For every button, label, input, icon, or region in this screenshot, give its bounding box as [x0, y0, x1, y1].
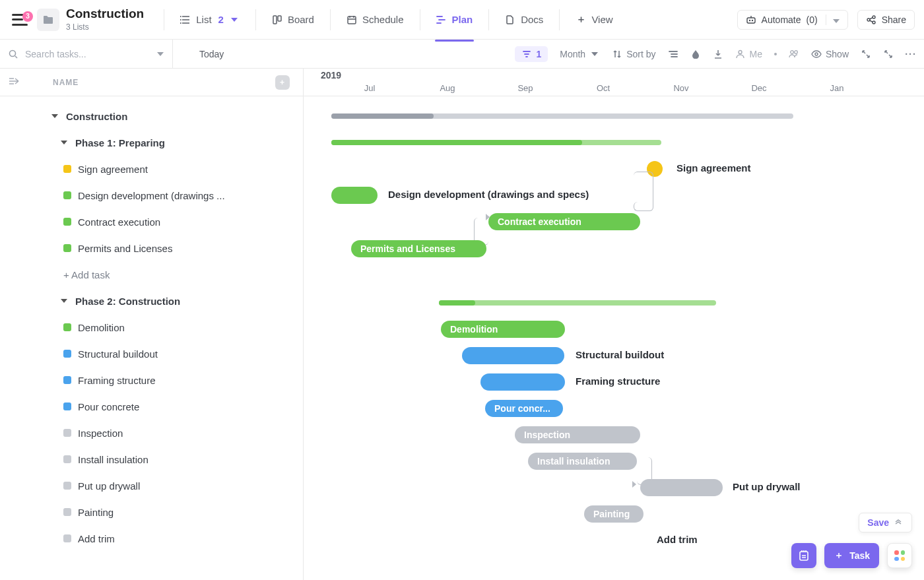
- view-board[interactable]: Board: [264, 9, 322, 30]
- collapse-button[interactable]: [861, 49, 871, 59]
- svg-point-0: [180, 16, 182, 17]
- apps-button[interactable]: [887, 543, 912, 568]
- task-label: Contract execution: [78, 216, 160, 228]
- apps-icon: [894, 550, 905, 561]
- search-input[interactable]: [24, 48, 150, 60]
- view-schedule[interactable]: Schedule: [339, 9, 412, 30]
- subgroup-label: Phase 1: Preparing: [75, 137, 165, 148]
- divider: [420, 9, 420, 30]
- bar-label: Add trim: [657, 534, 698, 545]
- color-toggle[interactable]: [690, 49, 701, 59]
- view-docs-label: Docs: [521, 14, 543, 25]
- new-task-button[interactable]: ＋ Task: [824, 543, 879, 568]
- group-construction[interactable]: Construction: [0, 103, 303, 129]
- separator-dot: [774, 53, 777, 55]
- scale-select[interactable]: Month: [560, 49, 600, 59]
- task-row[interactable]: Contract execution: [0, 209, 303, 235]
- save-button[interactable]: Save: [859, 513, 912, 532]
- task-row[interactable]: Painting: [0, 499, 303, 525]
- folder-icon[interactable]: [37, 9, 59, 31]
- subgroup-phase2[interactable]: Phase 2: Construction: [0, 288, 303, 314]
- task-lane-permits: Permits and Licenses: [304, 236, 924, 262]
- task-row[interactable]: Inspection: [0, 420, 303, 446]
- task-bar[interactable]: [462, 347, 564, 364]
- task-bar[interactable]: Install insulation: [528, 453, 637, 470]
- view-plan[interactable]: Plan: [428, 9, 481, 30]
- task-row[interactable]: Design development (drawings ...: [0, 182, 303, 209]
- add-view-label: View: [591, 14, 612, 25]
- milestone-dot[interactable]: [647, 161, 663, 177]
- download-button[interactable]: [713, 49, 723, 59]
- task-bar[interactable]: [480, 373, 565, 391]
- show-menu[interactable]: Show: [811, 49, 849, 59]
- gantt-chart[interactable]: 2019 Jul Aug Sep Oct Nov Dec Jan: [304, 69, 924, 580]
- task-row[interactable]: Framing structure: [0, 367, 303, 393]
- view-board-label: Board: [288, 14, 314, 25]
- main: NAME + Construction Phase 1: Preparing S…: [0, 69, 924, 580]
- task-bar[interactable]: [331, 187, 378, 204]
- view-docs[interactable]: Docs: [497, 9, 551, 30]
- task-lane-structural: Structural buildout: [304, 342, 924, 369]
- add-task-phase1[interactable]: + Add task: [0, 261, 303, 288]
- task-bar[interactable]: Demolition: [441, 321, 565, 338]
- chevron-down-icon[interactable]: [155, 49, 166, 59]
- today-button[interactable]: Today: [185, 49, 224, 59]
- task-lane-inspection: Inspection: [304, 422, 924, 448]
- summary-progress: [331, 140, 582, 145]
- plus-icon: ＋: [834, 550, 844, 561]
- task-label: Sign agreement: [78, 164, 148, 175]
- notepad-button[interactable]: [791, 543, 816, 568]
- share-button[interactable]: Share: [857, 10, 915, 30]
- sort-button[interactable]: Sort by: [612, 49, 655, 59]
- users-icon: [789, 49, 799, 59]
- bar-label: Framing structure: [576, 375, 660, 387]
- task-row[interactable]: Pour concrete: [0, 393, 303, 420]
- sidebar: NAME + Construction Phase 1: Preparing S…: [0, 69, 304, 580]
- assignees-filter[interactable]: [789, 49, 799, 59]
- status-dot: [63, 403, 71, 410]
- task-row[interactable]: Demolition: [0, 314, 303, 340]
- column-name: NAME: [53, 78, 79, 87]
- expand-icon: [883, 49, 894, 59]
- divider: [330, 9, 331, 30]
- task-row[interactable]: Sign agreement: [0, 156, 303, 182]
- task-bar[interactable]: Painting: [584, 505, 644, 523]
- task-label: Permits and Licenses: [78, 243, 172, 254]
- chevron-up-icon: [893, 517, 904, 528]
- task-row[interactable]: Add trim: [0, 525, 303, 552]
- user-icon: [735, 49, 746, 59]
- svg-point-9: [867, 18, 870, 21]
- caret-down-icon: [51, 114, 58, 118]
- task-bar[interactable]: Contract execution: [488, 213, 640, 230]
- task-row[interactable]: Put up drywall: [0, 472, 303, 499]
- automate-button[interactable]: Automate (0): [737, 10, 848, 30]
- add-column-button[interactable]: +: [275, 75, 290, 90]
- task-row[interactable]: Install insulation: [0, 446, 303, 472]
- view-list[interactable]: List 2: [172, 9, 248, 30]
- svg-rect-3: [273, 16, 277, 24]
- summary-progress: [331, 113, 434, 119]
- svg-rect-6: [747, 18, 755, 23]
- menu-button[interactable]: 3: [5, 14, 34, 26]
- task-bar[interactable]: Permits and Licenses: [351, 240, 486, 257]
- summary-bar[interactable]: [439, 300, 716, 306]
- divider: [164, 9, 164, 30]
- task-bar[interactable]: Pour concr...: [485, 400, 563, 417]
- task-row[interactable]: Permits and Licenses: [0, 235, 303, 261]
- task-bar[interactable]: Inspection: [515, 426, 640, 443]
- subgroup-phase1[interactable]: Phase 1: Preparing: [0, 129, 303, 156]
- search-wrap: [8, 40, 173, 68]
- filter-chip[interactable]: 1: [515, 46, 548, 62]
- divider: [559, 9, 560, 30]
- svg-point-13: [739, 50, 742, 53]
- bar-label: Put up drywall: [733, 481, 801, 492]
- group-toggle[interactable]: [668, 49, 678, 59]
- share-label: Share: [882, 15, 906, 25]
- svg-rect-5: [348, 16, 356, 24]
- task-row[interactable]: Structural buildout: [0, 340, 303, 367]
- add-view[interactable]: ＋ View: [568, 9, 620, 30]
- expand-button[interactable]: [883, 49, 894, 59]
- me-filter[interactable]: Me: [735, 49, 762, 59]
- task-bar[interactable]: [640, 479, 723, 496]
- more-menu[interactable]: ···: [906, 49, 916, 59]
